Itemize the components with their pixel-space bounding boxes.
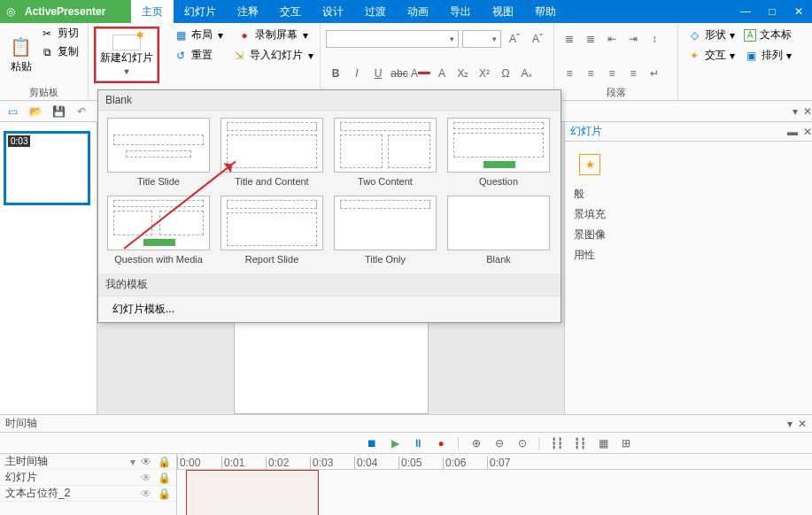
prop-row[interactable]: 景图像 xyxy=(572,225,805,245)
close-panel-icon[interactable]: ✕ xyxy=(803,105,812,118)
linespace-button[interactable]: ↕ xyxy=(645,30,664,48)
timeline-main-row[interactable]: 主时间轴 ▾ 👁 🔒 xyxy=(0,454,176,470)
strike-button[interactable]: abc xyxy=(390,65,409,82)
prop-row[interactable]: 般 xyxy=(572,184,805,204)
reset-button[interactable]: ↺重置 ⇲导入幻灯片▾ xyxy=(170,47,317,64)
numbering-button[interactable]: ≣ xyxy=(581,30,600,48)
layout-report-slide[interactable]: Report Slide xyxy=(215,194,329,272)
paragraph-group-label: 段落 xyxy=(560,86,672,100)
play-button[interactable]: ▶ xyxy=(386,435,404,451)
prop-row[interactable]: 景填充 xyxy=(572,204,805,225)
record-tl-button[interactable]: ● xyxy=(432,435,450,451)
clear-format-button[interactable]: Aₓ xyxy=(517,65,537,82)
timeline-ruler[interactable]: 0:00 0:01 0:02 0:03 0:04 0:05 0:06 0:07 xyxy=(177,454,812,515)
align-center-button[interactable]: ≡ xyxy=(581,65,600,82)
tab-slides[interactable]: 幻灯片 xyxy=(174,0,227,23)
align-right-button[interactable]: ≡ xyxy=(602,65,622,82)
slide-panel: 0:03 xyxy=(0,122,97,414)
slide-thumbnail[interactable]: 0:03 xyxy=(4,131,90,205)
snap2-button[interactable]: ┇┇ xyxy=(571,435,589,451)
layout-button[interactable]: ▦布局▾ ●录制屏幕▾ xyxy=(170,27,317,43)
pin-icon[interactable]: ▬ xyxy=(787,126,798,138)
tab-view[interactable]: 视图 xyxy=(482,0,524,23)
tab-annot[interactable]: 注释 xyxy=(227,0,269,23)
font-size-combo[interactable] xyxy=(462,30,501,48)
grid-button[interactable]: ▦ xyxy=(594,435,612,451)
direction-button[interactable]: ↵ xyxy=(645,65,664,82)
justify-button[interactable]: ≡ xyxy=(623,65,643,82)
layout-title-slide[interactable]: Title Slide xyxy=(102,116,215,194)
props-title: 幻灯片 xyxy=(570,124,602,139)
timeline-title: 时间轴 xyxy=(5,416,37,431)
undo-button[interactable]: ↶ xyxy=(73,104,90,119)
zoom-fit-button[interactable]: ⊙ xyxy=(514,435,531,451)
outdent-button[interactable]: ⇤ xyxy=(602,30,622,48)
tab-design[interactable]: 设计 xyxy=(312,0,354,23)
indent-button[interactable]: ⇥ xyxy=(623,30,643,48)
layout-question[interactable]: Question xyxy=(442,116,555,194)
tab-anim[interactable]: 动画 xyxy=(397,0,439,23)
layout-two-content[interactable]: Two Content xyxy=(329,116,442,194)
timeline-track[interactable]: 幻灯片 👁 🔒 xyxy=(0,470,176,486)
app-logo-icon: ◎ xyxy=(0,0,21,23)
interact-button[interactable]: ✦交互▾ xyxy=(684,47,739,64)
shrink-font-button[interactable]: Aˇ xyxy=(528,30,547,48)
underline-button[interactable]: U xyxy=(368,65,388,82)
minimize-button[interactable]: — xyxy=(732,0,759,23)
save-button[interactable]: 💾 xyxy=(50,104,67,119)
zoom-in-button[interactable]: ⊕ xyxy=(468,435,485,451)
popup-section-mytpl: 我的模板 xyxy=(98,273,561,296)
new-file-button[interactable]: ▭ xyxy=(4,104,21,119)
star-icon[interactable]: ★ xyxy=(579,154,600,175)
pause-button[interactable]: ⏸ xyxy=(409,435,427,451)
cut-button[interactable]: ✂剪切 xyxy=(36,25,82,42)
close-button[interactable]: ✕ xyxy=(785,0,812,23)
arrange-icon: ▣ xyxy=(744,49,758,63)
text-button[interactable]: A文本标 xyxy=(740,27,795,43)
highlight-button[interactable]: A xyxy=(432,65,452,82)
close-timeline-icon[interactable]: ✕ xyxy=(798,418,807,430)
subscript-button[interactable]: X₂ xyxy=(453,65,473,82)
paste-label: 粘贴 xyxy=(11,59,32,74)
shape-button[interactable]: ◇形状▾ xyxy=(684,27,739,43)
symbol-button[interactable]: Ω xyxy=(496,65,515,82)
stop-button[interactable]: ⏹ xyxy=(363,435,381,451)
italic-button[interactable]: I xyxy=(347,65,367,82)
open-file-button[interactable]: 📂 xyxy=(27,104,44,119)
font-color-button[interactable]: A xyxy=(411,65,430,82)
grid2-button[interactable]: ⊞ xyxy=(617,435,635,451)
layout-title-only[interactable]: Title Only xyxy=(329,194,442,272)
shape-icon: ◇ xyxy=(687,28,701,42)
paste-button[interactable]: 📋 粘贴 xyxy=(5,25,36,86)
bullets-button[interactable]: ≣ xyxy=(560,30,579,48)
tab-interact[interactable]: 交互 xyxy=(269,0,312,23)
copy-button[interactable]: ⧉复制 xyxy=(36,43,82,60)
align-left-button[interactable]: ≡ xyxy=(560,65,579,82)
arrange-button[interactable]: ▣排列▾ xyxy=(740,47,795,64)
copy-icon: ⧉ xyxy=(40,45,54,59)
pin-icon[interactable]: ▾ xyxy=(787,418,793,430)
layout-question-media[interactable]: Question with Media xyxy=(102,194,215,272)
slide-template-menu[interactable]: 幻灯片模板... xyxy=(98,296,561,322)
layout-icon: ▦ xyxy=(174,28,188,42)
tab-help[interactable]: 帮助 xyxy=(524,0,567,23)
grow-font-button[interactable]: Aˆ xyxy=(505,30,524,48)
new-slide-button[interactable]: 新建幻灯片 ▼ xyxy=(94,27,159,83)
zoom-out-button[interactable]: ⊖ xyxy=(491,435,508,451)
prop-row[interactable]: 用性 xyxy=(572,245,805,265)
snap-button[interactable]: ┇┇ xyxy=(548,435,566,451)
app-name: ActivePresenter xyxy=(21,0,131,23)
tab-transition[interactable]: 过渡 xyxy=(354,0,397,23)
tab-home[interactable]: 主页 xyxy=(131,0,174,23)
playhead-region[interactable] xyxy=(186,470,319,515)
collapse-icon[interactable]: ▾ xyxy=(793,105,798,118)
bold-button[interactable]: B xyxy=(326,65,345,82)
tab-export[interactable]: 导出 xyxy=(439,0,482,23)
close-props-icon[interactable]: ✕ xyxy=(803,126,812,138)
maximize-button[interactable]: □ xyxy=(759,0,785,23)
timeline-track[interactable]: 文本占位符_2 👁 🔒 xyxy=(0,486,176,502)
font-family-combo[interactable] xyxy=(326,30,459,48)
layout-blank[interactable]: Blank xyxy=(442,194,555,272)
superscript-button[interactable]: X² xyxy=(475,65,494,82)
text-icon: A xyxy=(744,29,756,42)
